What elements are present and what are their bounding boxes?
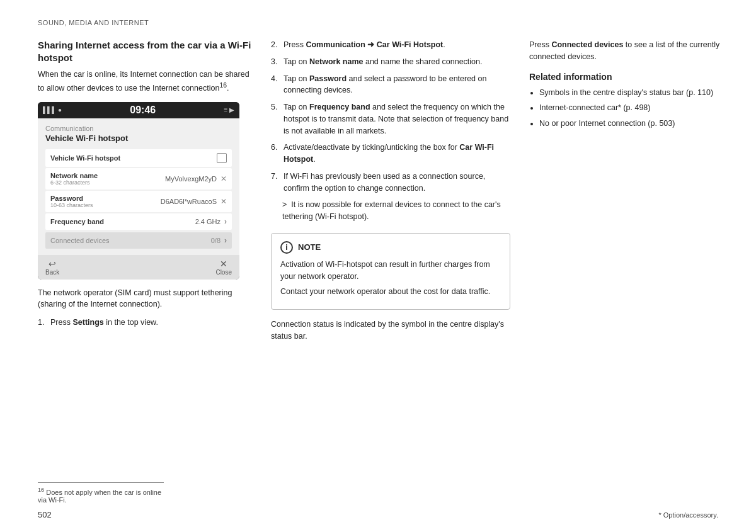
page-number-container: 502	[38, 510, 164, 519]
step-7-text: If Wi-Fi has previously been used as a c…	[284, 171, 510, 195]
content-grid: Sharing Internet access from the car via…	[38, 39, 718, 342]
screen-row-wifi-hotspot: Vehicle Wi-Fi hotspot	[45, 149, 232, 167]
screen-row-connected: Connected devices 0/8 ›	[45, 232, 232, 249]
chevron-right-icon-connected: ›	[224, 236, 227, 245]
screen-row-network-name: Network name 6-32 characters MyVolvexgM2…	[45, 168, 232, 190]
step-7: 7. If Wi-Fi has previously been used as …	[271, 171, 510, 195]
footer-right: * Option/accessory.	[658, 510, 718, 519]
screen-checkbox-wifi	[217, 153, 227, 163]
related-info-title: Related information	[529, 72, 743, 82]
step-3: 3. Tap on Network name and name the shar…	[271, 56, 510, 68]
step-6-num: 6.	[271, 142, 280, 166]
screen-row-sublabel-password: 10-63 characters	[50, 202, 93, 208]
screen-subtitle: Vehicle Wi-Fi hotspot	[45, 133, 232, 143]
note-line-2: Contact your network operator about the …	[280, 286, 501, 298]
step-7-num: 7.	[271, 171, 280, 195]
below-screen-text: The network operator (SIM card) must sup…	[38, 287, 252, 311]
screen-row-label-network: Network name	[50, 172, 98, 179]
note-title: NOTE	[298, 242, 321, 252]
related-item-1: Symbols in the centre display's status b…	[539, 87, 743, 99]
screen-top-bar: ▌▌▌ ● 09:46 ≡ ▶	[38, 102, 239, 118]
step-4-text: Tap on Password and select a password to…	[284, 73, 510, 97]
screen-row-label-password: Password	[50, 195, 93, 202]
screen-row-frequency-value-group: 2.4 GHz ›	[195, 217, 227, 226]
header-label: SOUND, MEDIA AND INTERNET	[38, 19, 718, 26]
step-list-mid: 2. Press Communication ➜ Car Wi-Fi Hotsp…	[271, 39, 510, 194]
note-box: i NOTE Activation of Wi-Fi-hotspot can r…	[271, 233, 510, 310]
chevron-right-icon: ›	[224, 217, 227, 226]
screen-connected-label: Connected devices	[50, 237, 110, 244]
press-connected-devices: Press Connected devices to see a list of…	[529, 39, 743, 63]
step-5-num: 5.	[271, 101, 280, 137]
right-column: Press Connected devices to see a list of…	[529, 39, 743, 342]
screen-close-button[interactable]: ✕ Close	[215, 259, 232, 276]
section-title: Sharing Internet access from the car via…	[38, 39, 252, 64]
screen-content: Communication Vehicle Wi-Fi hotspot Vehi…	[38, 118, 239, 255]
screen-connected-value: 0/8	[211, 237, 220, 244]
intro-text: When the car is online, its Internet con…	[38, 69, 252, 94]
screen-back-button[interactable]: ↩ Back	[45, 259, 59, 276]
close-label: Close	[215, 269, 232, 276]
screen-row-x-network: ✕	[220, 174, 227, 183]
screen-row-password-value-group: D6AD6l*wRuacoS ✕	[161, 197, 227, 206]
step-1-num: 1.	[38, 317, 47, 329]
step-list-left: 1. Press Settings in the top view.	[38, 317, 252, 329]
step-4: 4. Tap on Password and select a password…	[271, 73, 510, 97]
step-2: 2. Press Communication ➜ Car Wi-Fi Hotsp…	[271, 39, 510, 51]
screen-row-password: Password 10-63 characters D6AD6l*wRuacoS…	[45, 191, 232, 212]
step-2-text: Press Communication ➜ Car Wi-Fi Hotspot.	[284, 39, 445, 51]
substep-text: > It is now possible for external device…	[282, 199, 510, 223]
step-5-text: Tap on Frequency band and select the fre…	[284, 101, 510, 137]
screen-row-network-value-group: MyVolvexgM2yD ✕	[165, 174, 227, 183]
connection-status-text: Connection status is indicated by the sy…	[271, 319, 510, 342]
step-6-text: Activate/deactivate by ticking/unticking…	[284, 142, 510, 166]
footnote-text: 16 Does not apply when the car is online…	[38, 487, 164, 504]
screen-time: 09:46	[130, 105, 156, 116]
close-icon: ✕	[220, 259, 227, 269]
screen-row-password-label-group: Password 10-63 characters	[50, 195, 93, 208]
screen-row-x-password: ✕	[220, 197, 227, 206]
page-number: 502	[38, 510, 52, 519]
related-item-3: No or poor Internet connection (p. 503)	[539, 118, 743, 130]
step-4-num: 4.	[271, 73, 280, 97]
screen-row-value-password: D6AD6l*wRuacoS	[161, 198, 217, 205]
mid-column: 2. Press Communication ➜ Car Wi-Fi Hotsp…	[271, 39, 510, 342]
menu-icon: ≡ ▶	[224, 106, 234, 113]
page: SOUND, MEDIA AND INTERNET Sharing Intern…	[0, 0, 756, 532]
screen-row-sublabel-network: 6-32 characters	[50, 179, 98, 186]
footer-left: 16 Does not apply when the car is online…	[38, 482, 164, 519]
screen-row-value-network: MyVolvexgM2yD	[165, 175, 217, 183]
screen-row-label-wifi: Vehicle Wi-Fi hotspot	[50, 154, 120, 162]
related-item-2: Internet-connected car* (p. 498)	[539, 102, 743, 114]
step-3-text: Tap on Network name and name the shared …	[284, 56, 483, 68]
step-6: 6. Activate/deactivate by ticking/untick…	[271, 142, 510, 166]
option-note: * Option/accessory.	[658, 511, 718, 519]
screen-row-network-label-group: Network name 6-32 characters	[50, 172, 98, 186]
step-1-text: Press Settings in the top view.	[50, 317, 158, 329]
note-header: i NOTE	[280, 241, 501, 254]
screen-connected-value-group: 0/8 ›	[211, 236, 227, 245]
screen-communication-title: Communication	[45, 125, 232, 132]
note-line-1: Activation of Wi-Fi-hotspot can result i…	[280, 259, 501, 283]
related-list: Symbols in the centre display's status b…	[529, 87, 743, 130]
screen-bottom-bar: ↩ Back ✕ Close	[38, 255, 239, 280]
step-3-num: 3.	[271, 56, 280, 68]
screen-row-value-frequency: 2.4 GHz	[195, 218, 220, 225]
info-icon: i	[280, 241, 293, 254]
step-1: 1. Press Settings in the top view.	[38, 317, 252, 329]
screen-row-frequency: Frequency band 2.4 GHz ›	[45, 213, 232, 230]
back-label: Back	[45, 269, 59, 276]
left-column: Sharing Internet access from the car via…	[38, 39, 252, 342]
step-5: 5. Tap on Frequency band and select the …	[271, 101, 510, 137]
screen-row-label-frequency: Frequency band	[50, 218, 104, 225]
back-icon: ↩	[49, 259, 56, 269]
page-footer: 16 Does not apply when the car is online…	[38, 482, 718, 519]
device-screen: ▌▌▌ ● 09:46 ≡ ▶ Communication Vehicle Wi…	[38, 102, 239, 280]
step-2-num: 2.	[271, 39, 280, 51]
footnote-section: 16 Does not apply when the car is online…	[38, 482, 164, 504]
signal-icon: ▌▌▌ ●	[43, 106, 62, 113]
